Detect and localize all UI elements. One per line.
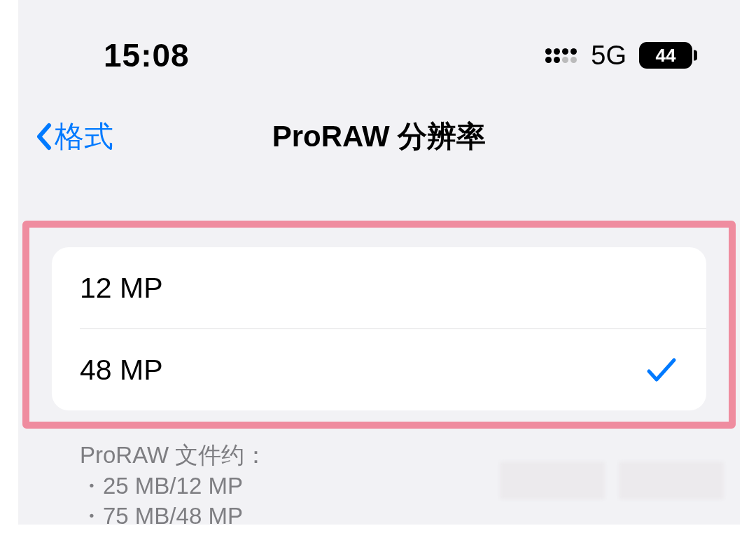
status-indicators: 5G 44 (545, 41, 692, 71)
annotation-highlight: 12 MP 48 MP (22, 221, 736, 429)
option-label: 48 MP (80, 354, 163, 387)
option-12mp[interactable]: 12 MP (52, 247, 706, 328)
footer-line-2: ・75 MB/48 MP (80, 501, 740, 532)
option-48mp[interactable]: 48 MP (52, 329, 706, 410)
page-title: ProRAW 分辨率 (18, 117, 740, 156)
redacted-area (500, 462, 724, 499)
battery-icon: 44 (639, 42, 692, 69)
back-label: 格式 (55, 117, 113, 156)
status-time: 15:08 (104, 36, 190, 74)
signal-icon (545, 48, 577, 63)
chevron-left-icon (35, 123, 53, 151)
option-label: 12 MP (80, 272, 163, 305)
checkmark-icon (646, 356, 677, 384)
battery-level: 44 (656, 45, 676, 67)
back-button[interactable]: 格式 (35, 117, 113, 156)
status-bar: 15:08 5G 44 (18, 0, 740, 77)
navigation-bar: 格式 ProRAW 分辨率 (18, 77, 740, 161)
footer-heading: ProRAW 文件约： (80, 442, 267, 468)
resolution-options-list: 12 MP 48 MP (52, 247, 706, 410)
network-label: 5G (591, 41, 626, 71)
